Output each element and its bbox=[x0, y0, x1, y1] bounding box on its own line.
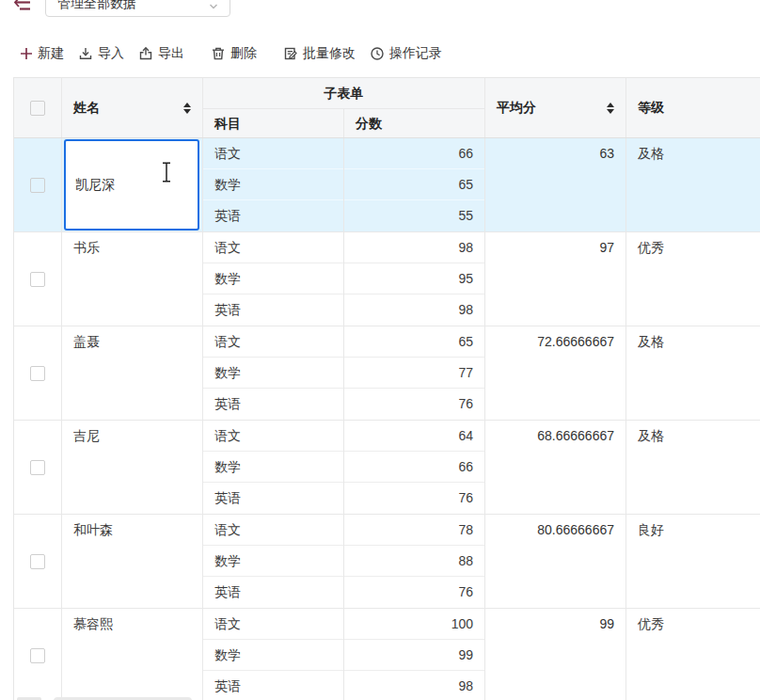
score-subcell[interactable]: 76 bbox=[344, 389, 484, 420]
average-cell: 63 bbox=[485, 138, 626, 231]
table-row[interactable]: 书乐 语文数学英语 989598 97 优秀 bbox=[14, 232, 760, 326]
plus-icon bbox=[20, 47, 33, 60]
table-row[interactable]: 吉尼 语文数学英语 646676 68.66666667 及格 bbox=[14, 421, 760, 515]
name-cell[interactable] bbox=[62, 138, 203, 231]
score-subcell[interactable]: 76 bbox=[344, 577, 484, 608]
average-cell: 72.66666667 bbox=[485, 326, 626, 420]
subject-cell[interactable]: 语文数学英语 bbox=[203, 421, 344, 514]
row-checkbox-cell bbox=[14, 232, 62, 326]
score-subcell[interactable]: 65 bbox=[344, 169, 484, 200]
name-cell-editor[interactable] bbox=[64, 139, 199, 231]
subject-cell[interactable]: 语文数学英语 bbox=[203, 138, 344, 231]
name-cell[interactable]: 慕容熙 bbox=[62, 609, 203, 700]
subject-subcell[interactable]: 英语 bbox=[203, 389, 343, 420]
score-subcell[interactable]: 77 bbox=[344, 358, 484, 389]
score-cell[interactable]: 989598 bbox=[344, 232, 485, 326]
column-header-subject[interactable]: 科目 bbox=[203, 109, 344, 137]
table-row[interactable]: 慕容熙 语文数学英语 1009998 99 优秀 bbox=[14, 609, 760, 700]
delete-label: 删除 bbox=[230, 45, 257, 62]
row-checkbox[interactable] bbox=[30, 272, 45, 287]
score-subcell[interactable]: 98 bbox=[344, 232, 484, 263]
name-cell[interactable]: 书乐 bbox=[62, 232, 203, 326]
subject-subcell[interactable]: 英语 bbox=[203, 483, 343, 514]
subject-subcell[interactable]: 英语 bbox=[203, 577, 343, 608]
operation-history-button[interactable]: 操作记录 bbox=[370, 45, 442, 62]
row-checkbox[interactable] bbox=[30, 554, 45, 569]
column-header-average-label: 平均分 bbox=[497, 100, 536, 117]
subject-cell[interactable]: 语文数学英语 bbox=[203, 515, 344, 608]
subject-cell[interactable]: 语文数学英语 bbox=[203, 326, 344, 420]
row-checkbox[interactable] bbox=[30, 178, 45, 193]
subject-subcell[interactable]: 数学 bbox=[203, 169, 343, 200]
subject-subcell[interactable]: 数学 bbox=[203, 452, 343, 483]
name-cell[interactable]: 盖聂 bbox=[62, 326, 203, 420]
row-checkbox-cell bbox=[14, 609, 62, 700]
score-subcell[interactable]: 78 bbox=[344, 515, 484, 546]
name-cell[interactable]: 和叶森 bbox=[62, 515, 203, 608]
row-checkbox[interactable] bbox=[30, 366, 45, 381]
row-checkbox[interactable] bbox=[30, 460, 45, 475]
average-cell: 68.66666667 bbox=[485, 421, 626, 514]
grade-cell: 良好 bbox=[626, 515, 760, 608]
new-record-button[interactable]: 新建 bbox=[20, 45, 64, 62]
column-header-average[interactable]: 平均分 bbox=[485, 78, 626, 137]
score-subcell[interactable]: 95 bbox=[344, 263, 484, 294]
name-text: 慕容熙 bbox=[62, 609, 202, 640]
batch-edit-button[interactable]: 批量修改 bbox=[283, 45, 356, 62]
score-subcell[interactable]: 66 bbox=[344, 452, 484, 483]
score-cell[interactable]: 1009998 bbox=[344, 609, 485, 700]
subject-subcell[interactable]: 数学 bbox=[203, 263, 343, 294]
back-collapse-icon[interactable] bbox=[14, 0, 33, 13]
score-subcell[interactable]: 98 bbox=[344, 671, 484, 700]
score-cell[interactable]: 666555 bbox=[344, 138, 485, 231]
grade-cell: 优秀 bbox=[626, 609, 760, 700]
sort-icon[interactable] bbox=[607, 103, 614, 114]
score-subcell[interactable]: 55 bbox=[344, 200, 484, 231]
subject-subcell[interactable]: 数学 bbox=[203, 546, 343, 577]
subject-subcell[interactable]: 英语 bbox=[203, 671, 343, 700]
subject-subcell[interactable]: 语文 bbox=[203, 326, 343, 358]
score-subcell[interactable]: 99 bbox=[344, 640, 484, 671]
import-button[interactable]: 导入 bbox=[78, 45, 124, 62]
grade-cell: 及格 bbox=[626, 421, 760, 514]
subject-subcell[interactable]: 语文 bbox=[203, 421, 343, 452]
subject-subcell[interactable]: 英语 bbox=[203, 294, 343, 326]
score-cell[interactable]: 657776 bbox=[344, 326, 485, 420]
score-subcell[interactable]: 100 bbox=[344, 609, 484, 640]
table-row[interactable]: 盖聂 语文数学英语 657776 72.66666667 及格 bbox=[14, 326, 760, 421]
score-subcell[interactable]: 64 bbox=[344, 421, 484, 452]
column-header-grade[interactable]: 等级 bbox=[626, 78, 760, 137]
score-subcell[interactable]: 98 bbox=[344, 294, 484, 326]
select-all-checkbox[interactable] bbox=[30, 101, 45, 116]
column-header-name[interactable]: 姓名 bbox=[62, 78, 203, 137]
subject-subcell[interactable]: 语文 bbox=[203, 232, 343, 263]
score-subcell[interactable]: 65 bbox=[344, 326, 484, 358]
sort-icon[interactable] bbox=[183, 103, 191, 114]
edit-icon bbox=[283, 46, 298, 61]
row-checkbox-cell bbox=[14, 326, 62, 420]
score-cell[interactable]: 788876 bbox=[344, 515, 485, 608]
data-view-select[interactable]: 管理全部数据 bbox=[45, 0, 230, 17]
name-cell[interactable]: 吉尼 bbox=[62, 421, 203, 514]
name-text: 书乐 bbox=[62, 232, 202, 263]
subject-subcell[interactable]: 数学 bbox=[203, 640, 343, 671]
subject-cell[interactable]: 语文数学英语 bbox=[203, 232, 344, 326]
subject-subcell[interactable]: 数学 bbox=[203, 358, 343, 389]
export-button[interactable]: 导出 bbox=[138, 45, 184, 62]
column-header-name-label: 姓名 bbox=[73, 100, 100, 117]
score-subcell[interactable]: 88 bbox=[344, 546, 484, 577]
score-cell[interactable]: 646676 bbox=[344, 421, 485, 514]
score-subcell[interactable]: 66 bbox=[344, 138, 484, 169]
subject-subcell[interactable]: 语文 bbox=[203, 515, 343, 546]
import-label: 导入 bbox=[98, 45, 124, 62]
subject-subcell[interactable]: 语文 bbox=[203, 609, 343, 640]
table-row[interactable]: 和叶森 语文数学英语 788876 80.66666667 良好 bbox=[14, 515, 760, 609]
subject-subcell[interactable]: 英语 bbox=[203, 200, 343, 231]
subject-subcell[interactable]: 语文 bbox=[203, 138, 343, 169]
delete-button[interactable]: 删除 bbox=[211, 45, 257, 62]
subject-cell[interactable]: 语文数学英语 bbox=[203, 609, 344, 700]
column-header-score[interactable]: 分数 bbox=[344, 109, 485, 137]
table-row[interactable]: 语文数学英语 666555 63 及格 bbox=[14, 138, 760, 232]
score-subcell[interactable]: 76 bbox=[344, 483, 484, 514]
row-checkbox[interactable] bbox=[30, 648, 45, 663]
